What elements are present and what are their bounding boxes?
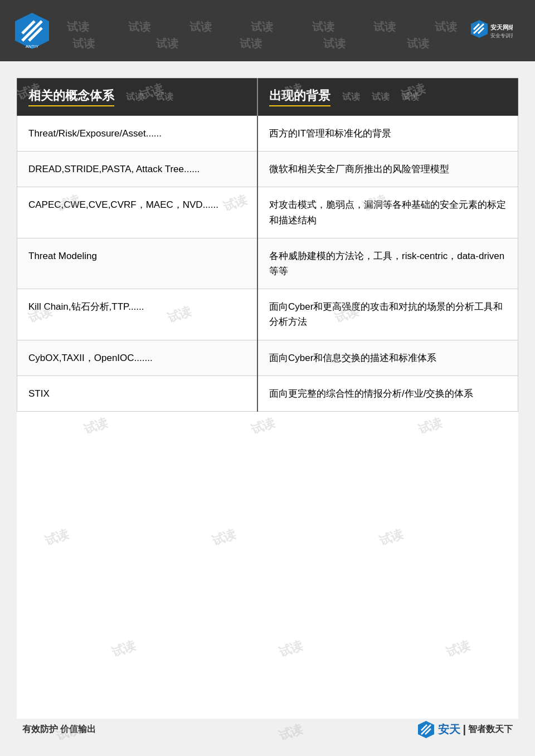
header-watermark-col2: 试读 [342,92,360,101]
header-watermark-11: 试读 [323,36,346,51]
table-cell-right: 面向Cyber和信息交换的描述和标准体系 [257,340,518,375]
antiy-logo-icon: ANTIY [11,10,53,52]
table-cell-right: 对攻击模式，脆弱点，漏洞等各种基础的安全元素的标定和描述结构 [257,187,518,238]
table-cell-right: 微软和相关安全厂商所推出的风险管理模型 [257,152,518,187]
header-watermark-10: 试读 [240,36,262,51]
table-cell-left: DREAD,STRIDE,PASTA, Attack Tree...... [17,152,258,187]
table-cell-right: 西方的IT管理和标准化的背景 [257,116,518,152]
table-cell-left: Threat Modeling [17,238,258,289]
table-row: Kill Chain,钻石分析,TTP......面向Cyber和更高强度的攻击… [17,289,518,340]
header-watermark-2: 试读 [128,19,150,35]
footer-slogan: 有效防护 价值输出 [22,724,96,735]
header-watermark-col1b: 试读 [155,92,173,101]
footer-logo-sub: 智者数天下 [468,724,513,735]
table-row: CAPEC,CWE,CVE,CVRF，MAEC，NVD......对攻击模式，脆… [17,187,518,238]
table-cell-right: 各种威胁建模的方法论，工具，risk-centric，data-driven等等 [257,238,518,289]
header-watermark-col2b: 试读 [372,92,390,101]
header-watermark-7: 试读 [435,19,457,35]
footer-logo: 安天 | 智者数天下 [416,720,513,739]
table-row: DREAD,STRIDE,PASTA, Attack Tree......微软和… [17,152,518,187]
main-content: 相关的概念体系 试读 试读 出现的背景 试读 试读 试读 Threat/Risk… [17,78,518,719]
header-watermark-4: 试读 [251,19,273,35]
table-cell-left: STIX [17,375,258,411]
table-row: Threat Modeling各种威胁建模的方法论，工具，risk-centri… [17,238,518,289]
header-watermark-1: 试读 [67,19,89,35]
antiy-right-logo-icon: 安天网络 安全专训营第四期 [468,18,513,43]
header-watermark-col1: 试读 [126,92,144,101]
header-watermark-col2c: 试读 [401,92,419,101]
table-cell-left: CybOX,TAXII，OpenIOC....... [17,340,258,375]
footer-logo-divider: | [463,723,466,736]
footer: 有效防护 价值输出 安天 | 智者数天下 [0,720,535,739]
header-right-logo: 安天网络 安全专训营第四期 [457,11,524,50]
header-watermark-6: 试读 [373,19,396,35]
col2-header: 出现的背景 试读 试读 试读 [257,79,518,116]
header-watermark-5: 试读 [312,19,334,35]
header: ANTIY 试读 试读 试读 试读 试读 试读 试读 试读 试读 试读 试读 试… [0,0,535,61]
col1-header: 相关的概念体系 试读 试读 [17,79,258,116]
footer-antiy-icon [416,720,436,739]
table-row: STIX面向更完整的综合性的情报分析/作业/交换的体系 [17,375,518,411]
header-watermark-8: 试读 [72,36,95,51]
table-cell-right: 面向Cyber和更高强度的攻击和对抗的场景的分析工具和分析方法 [257,289,518,340]
header-watermark-12: 试读 [407,36,429,51]
svg-text:安天网络: 安天网络 [490,24,513,31]
header-watermark-3: 试读 [189,19,212,35]
concept-table: 相关的概念体系 试读 试读 出现的背景 试读 试读 试读 Threat/Risk… [17,78,518,412]
header-watermark-9: 试读 [156,36,178,51]
table-cell-left: CAPEC,CWE,CVE,CVRF，MAEC，NVD...... [17,187,258,238]
footer-logo-antiy: 安天 [438,722,460,737]
logo-area: ANTIY [11,10,53,52]
svg-text:安全专训营第四期: 安全专训营第四期 [490,33,513,38]
table-row: Threat/Risk/Exposure/Asset......西方的IT管理和… [17,116,518,152]
table-row: CybOX,TAXII，OpenIOC.......面向Cyber和信息交换的描… [17,340,518,375]
svg-text:ANTIY: ANTIY [26,44,39,49]
table-cell-left: Kill Chain,钻石分析,TTP...... [17,289,258,340]
table-cell-right: 面向更完整的综合性的情报分析/作业/交换的体系 [257,375,518,411]
table-cell-left: Threat/Risk/Exposure/Asset...... [17,116,258,152]
